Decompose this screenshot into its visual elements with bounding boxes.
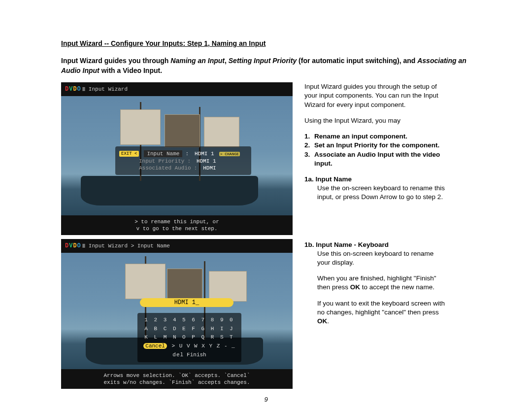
kbd-row-a-j[interactable]: A B C D E F G H I J xyxy=(141,325,237,334)
list-item: 1.Rename an input component. xyxy=(304,132,447,141)
screenshot-keyboard: DVDO≣ Input Wizard > Input Name HDMI 1_ … xyxy=(61,239,293,389)
text: . xyxy=(327,317,329,325)
change-badge[interactable]: > CHANGE xyxy=(219,152,240,156)
kbd-finish-button[interactable]: Finish xyxy=(187,352,206,358)
input-name-field[interactable]: HDMI 1_ xyxy=(140,298,233,307)
exit-badge[interactable]: EXIT < xyxy=(119,151,139,157)
footer-line1: > to rename this input, or xyxy=(134,218,219,225)
dvdo-logo: DVDO≣ xyxy=(65,242,86,249)
osd-footer: > to rename this input, or v to go to th… xyxy=(61,215,293,235)
menu-value: HDMI 1 xyxy=(197,158,216,164)
menu-value: HDMI 1 xyxy=(195,151,214,157)
ship-sail xyxy=(209,271,247,302)
kbd-cancel-button[interactable]: Cancel xyxy=(143,343,167,349)
footer-line2: v to go to the next step. xyxy=(136,225,217,232)
menu-row-audio[interactable]: Associated Audio : HDMI xyxy=(119,165,247,171)
list-text: Associate an Audio Input with the video … xyxy=(314,150,447,168)
osd-header: DVDO≣ Input Wizard xyxy=(61,82,293,96)
ship-sail xyxy=(165,114,200,147)
content-columns: DVDO≣ Input Wizard EXIT < Input Name : H… xyxy=(61,82,471,389)
text: to accept the new name. xyxy=(360,283,434,291)
spacer xyxy=(304,209,447,240)
intro-text: (for automatic input switching), and xyxy=(297,57,417,65)
screenshot-input-wizard: DVDO≣ Input Wizard EXIT < Input Name : H… xyxy=(61,82,293,235)
menu-sep: : xyxy=(185,151,189,157)
step-1b-body3: If you want to exit the keyboard screen … xyxy=(304,299,447,326)
ok-bold: OK xyxy=(350,283,360,291)
ship-sail xyxy=(204,117,239,147)
menu-sep: : xyxy=(187,158,191,164)
list-num: 1. xyxy=(304,132,314,141)
kbd-row-k-t[interactable]: K L M N O P Q R S T xyxy=(141,333,237,342)
osd-footer: Arrows move selection. `OK` accepts. `Ca… xyxy=(61,369,293,389)
ship-sail xyxy=(167,269,202,302)
ship-sail xyxy=(120,109,161,145)
list-text: Set an Input Priority for the component. xyxy=(314,141,439,150)
list-num: 2. xyxy=(304,141,314,150)
steps-list: 1.Rename an input component. 2.Set an In… xyxy=(304,132,447,168)
para-using: Using the Input Wizard, you may xyxy=(304,116,447,125)
kbd-row-bottom[interactable]: Cancel > U V W X Y Z - _ delFinish xyxy=(141,342,237,359)
section-title: Input Wizard -- Configure Your Inputs: S… xyxy=(61,39,471,47)
menu-value: HDMI xyxy=(203,165,216,171)
document-page: Input Wizard -- Configure Your Inputs: S… xyxy=(0,0,532,411)
list-text: Rename an input component. xyxy=(314,132,407,141)
intro-text: Input Wizard guides you through xyxy=(61,57,170,65)
intro-text: with a Video Input. xyxy=(100,67,162,74)
kbd-row-digits[interactable]: 1 2 3 4 5 6 7 8 9 0 xyxy=(141,316,237,325)
menu-row-input-name[interactable]: EXIT < Input Name : HDMI 1 > CHANGE xyxy=(119,150,247,157)
ship-hull xyxy=(81,176,258,206)
intro-emph-priority: Setting Input Priority xyxy=(229,57,297,65)
osd-menu: EXIT < Input Name : HDMI 1 > CHANGE Inpu… xyxy=(115,146,251,175)
ship-sail xyxy=(125,264,166,299)
list-item: 3.Associate an Audio Input with the vide… xyxy=(304,150,447,168)
menu-sep: : xyxy=(194,165,198,171)
footer-line2: exits w/no changes. `Finish` accepts cha… xyxy=(103,379,250,386)
step-1a-body: Use the on-screen keyboard to rename thi… xyxy=(304,184,447,202)
intro-paragraph: Input Wizard guides you through Naming a… xyxy=(61,56,471,75)
dvdo-logo: DVDO≣ xyxy=(65,86,86,93)
ok-bold: OK xyxy=(317,317,327,325)
footer-line1: Arrows move selection. `OK` accepts. `Ca… xyxy=(103,372,250,379)
step-1a: 1a. Input Name Use the on-screen keyboar… xyxy=(304,175,447,202)
screenshots-column: DVDO≣ Input Wizard EXIT < Input Name : H… xyxy=(61,82,293,389)
page-number: 9 xyxy=(0,396,532,403)
step-1b: 1b. Input Name - Keyboard Use this on-sc… xyxy=(304,240,447,268)
menu-label: Associated Audio xyxy=(139,165,191,171)
menu-label: Input Name xyxy=(144,150,182,157)
intro-text: , xyxy=(225,57,229,65)
list-item: 2.Set an Input Priority for the componen… xyxy=(304,141,447,150)
list-num: 3. xyxy=(304,150,314,168)
step-1b-body1: Use this on-screen keyboard to rename yo… xyxy=(304,249,447,267)
menu-label: Input Priority xyxy=(139,158,184,164)
osd-breadcrumb: Input Wizard > Input Name xyxy=(89,243,170,249)
osd-breadcrumb: Input Wizard xyxy=(89,86,128,92)
step-1b-body2: When you are finished, highlight "Finish… xyxy=(304,274,447,292)
step-1b-head: 1b. Input Name - Keyboard xyxy=(304,241,389,248)
onscreen-keyboard[interactable]: 1 2 3 4 5 6 7 8 9 0 A B C D E F G H I J … xyxy=(137,313,241,362)
step-1a-head: 1a. Input Name xyxy=(304,175,352,183)
osd-header: DVDO≣ Input Wizard > Input Name xyxy=(61,239,293,253)
para-overview: Input Wizard guides you through the setu… xyxy=(304,82,447,109)
intro-emph-naming: Naming an Input xyxy=(170,57,225,65)
instructions-column: Input Wizard guides you through the setu… xyxy=(304,82,447,389)
menu-row-priority[interactable]: Input Priority : HDMI 1 xyxy=(119,158,247,164)
text: If you want to exit the keyboard screen … xyxy=(317,300,445,316)
